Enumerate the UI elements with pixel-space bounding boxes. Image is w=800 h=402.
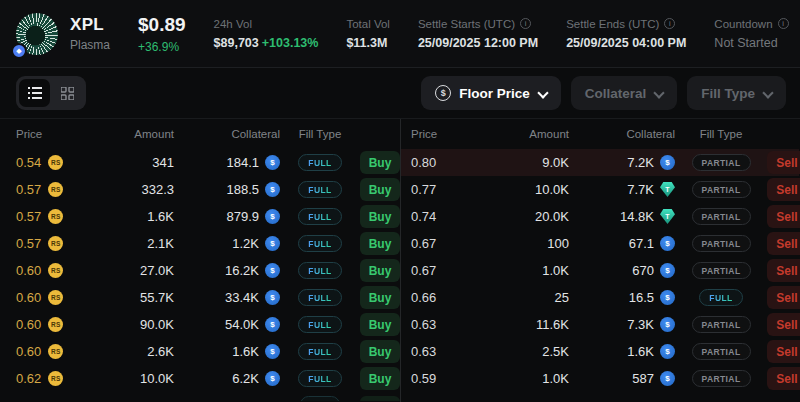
buy-button[interactable]: Buy <box>360 259 400 282</box>
sell-button[interactable]: Sell <box>767 151 800 174</box>
sell-order-row[interactable]: 0.591.0K587$PARTIALSell <box>401 365 799 392</box>
order-collateral: 184.1$ <box>174 155 280 170</box>
sell-button[interactable]: Sell <box>767 205 800 228</box>
fill-type-cell: FULL <box>280 316 360 333</box>
fill-type-cell: PARTIAL <box>675 316 767 333</box>
buy-button[interactable]: Buy <box>360 367 400 390</box>
sell-button[interactable]: Sell <box>767 259 800 282</box>
token-price-change: +36.9% <box>138 40 186 54</box>
order-collateral: 33.4K$ <box>174 290 280 305</box>
rs-badge-icon: RS <box>48 290 63 305</box>
sell-button[interactable]: Sell <box>767 178 800 201</box>
chevron-down-icon <box>538 87 547 96</box>
collateral-dropdown[interactable]: Collateral <box>571 76 678 110</box>
fill-type-cell: FULL <box>280 154 360 171</box>
action-cell: Sell <box>767 259 800 282</box>
buy-button[interactable]: Buy <box>360 232 400 255</box>
buy-order-row[interactable]: 0.62RS10.0K6.2K$FULLBuy <box>0 365 400 392</box>
info-icon[interactable]: i <box>520 18 531 29</box>
col-price: Price <box>411 128 491 140</box>
order-amount: 2.1K <box>104 236 174 251</box>
sell-button[interactable]: Sell <box>767 340 800 363</box>
buy-order-row[interactable]: 0.60RS90.0K54.0K$FULLBuy <box>0 311 400 338</box>
order-collateral: 188.5$ <box>174 182 280 197</box>
info-icon[interactable]: i <box>664 18 675 29</box>
sell-order-row[interactable]: 0.6710067.1$PARTIALSell <box>401 230 799 257</box>
buy-button[interactable]: Buy <box>360 151 400 174</box>
order-price: 0.63 <box>411 317 491 332</box>
token-header: ◆ XPL Plasma $0.89 +36.9% 24h Vol $89,70… <box>0 0 800 68</box>
order-price: 0.74 <box>411 209 491 224</box>
stat-countdown: Countdowni Not Started <box>714 18 788 50</box>
chevron-down-icon <box>763 87 772 96</box>
sell-order-row[interactable]: 0.7420.0K14.8KTPARTIALSell <box>401 203 799 230</box>
buy-order-row[interactable]: 0.57RS2.1K1.2K$FULLBuy <box>0 230 400 257</box>
stat-label: Settle Ends (UTC) <box>566 18 659 30</box>
stat-24h-vol: 24h Vol $89,703+103.13% <box>214 18 319 50</box>
buy-rows: 0.54RS341184.1$FULLBuy0.57RS332.3188.5$F… <box>0 149 400 392</box>
order-price: 0.60RS <box>16 317 104 332</box>
sell-button[interactable]: Sell <box>767 232 800 255</box>
collateral-value: 1.6K <box>627 344 654 359</box>
sell-order-row[interactable]: 0.662516.5$FULLSell <box>401 284 799 311</box>
sell-order-row[interactable]: 0.809.0K7.2K$PARTIALSell <box>401 149 799 176</box>
usdc-icon: $ <box>265 263 280 278</box>
sell-order-row[interactable]: 0.6311.6K7.3K$PARTIALSell <box>401 311 799 338</box>
orderbook-toolbar: $ Floor Price Collateral Fill Type <box>0 68 800 118</box>
fill-type-pill: PARTIAL <box>692 235 751 252</box>
buy-order-row[interactable]: 0.60RS27.0K16.2K$FULLBuy <box>0 257 400 284</box>
fill-type-cell: PARTIAL <box>675 370 767 387</box>
sell-order-row[interactable]: 0.632.5K1.6K$PARTIALSell <box>401 338 799 365</box>
dollar-circle-icon: $ <box>435 85 451 101</box>
view-toggle <box>16 76 86 110</box>
buy-button[interactable]: Buy <box>360 313 400 336</box>
price-value: 0.74 <box>411 209 436 224</box>
sell-button[interactable]: Sell <box>767 286 800 309</box>
buy-button[interactable]: Buy <box>360 178 400 201</box>
list-view-button[interactable] <box>19 79 50 107</box>
sell-button[interactable]: Sell <box>767 313 800 336</box>
usdc-icon: $ <box>265 236 280 251</box>
fill-type-cell: PARTIAL <box>675 208 767 225</box>
fill-type-cell: FULL <box>280 262 360 279</box>
fill-type-label: FULL <box>308 185 331 195</box>
grid-view-button[interactable] <box>52 79 83 107</box>
fill-type-label: FULL <box>308 293 331 303</box>
fill-type-label: FULL <box>308 212 331 222</box>
buy-button[interactable]: Buy <box>360 205 400 228</box>
collateral-value: 7.3K <box>627 317 654 332</box>
stat-label: Total Vol <box>346 18 389 30</box>
usdc-icon: $ <box>660 317 675 332</box>
fill-type-pill: PARTIAL <box>692 154 751 171</box>
buy-button[interactable]: Buy <box>360 340 400 363</box>
usdc-icon: $ <box>265 290 280 305</box>
info-icon[interactable]: i <box>778 18 789 29</box>
fill-type-cell: FULL <box>280 208 360 225</box>
order-amount: 332.3 <box>104 182 174 197</box>
buy-order-row[interactable]: 0.54RS341184.1$FULLBuy <box>0 149 400 176</box>
floor-price-dropdown[interactable]: $ Floor Price <box>421 76 561 110</box>
sell-button[interactable]: Sell <box>767 367 800 390</box>
buy-order-row[interactable]: 0.60RS2.6K1.6K$FULLBuy <box>0 338 400 365</box>
order-amount: 1.0K <box>491 371 569 386</box>
order-collateral: 7.7KT <box>569 182 675 197</box>
usdc-icon: $ <box>660 263 675 278</box>
order-price: 0.57RS <box>16 236 104 251</box>
sell-order-row[interactable]: 0.671.0K670$PARTIALSell <box>401 257 799 284</box>
buy-button[interactable]: Buy <box>360 286 400 309</box>
fill-type-label: PARTIAL <box>702 320 741 330</box>
fill-type-dropdown[interactable]: Fill Type <box>687 76 786 110</box>
buy-order-row[interactable]: 0.60RS55.7K33.4K$FULLBuy <box>0 284 400 311</box>
usdc-icon: $ <box>265 209 280 224</box>
buy-order-row[interactable]: 0.57RS332.3188.5$FULLBuy <box>0 176 400 203</box>
fill-type-cell: FULL <box>280 289 360 306</box>
fill-type-label: PARTIAL <box>702 347 741 357</box>
action-cell: Buy <box>360 367 400 390</box>
action-cell: Sell <box>767 286 800 309</box>
buy-order-row[interactable]: 0.57RS1.6K879.9$FULLBuy <box>0 203 400 230</box>
order-collateral: 54.0K$ <box>174 317 280 332</box>
order-price: 0.60RS <box>16 344 104 359</box>
col-price: Price <box>16 128 104 140</box>
stat-label: Countdown <box>714 18 772 30</box>
sell-order-row[interactable]: 0.7710.0K7.7KTPARTIALSell <box>401 176 799 203</box>
